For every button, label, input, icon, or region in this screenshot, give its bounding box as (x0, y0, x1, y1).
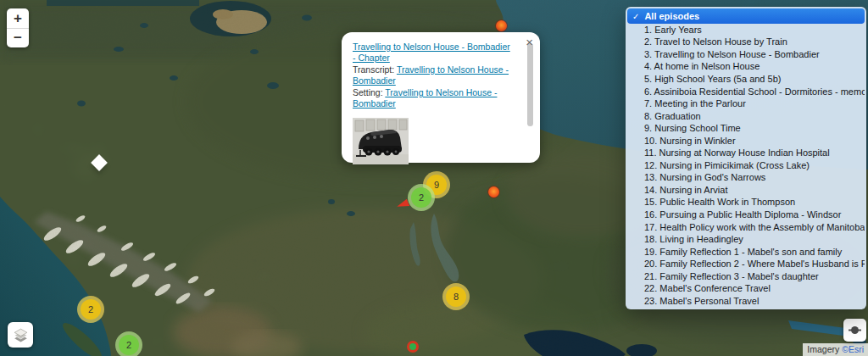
cluster-marker[interactable]: 2 (408, 184, 435, 211)
setting-label: Setting: (353, 87, 385, 97)
dot-marker[interactable] (496, 20, 507, 31)
episode-option[interactable]: 9. Nursing School Time (627, 122, 865, 135)
episode-option[interactable]: 23. Mabel's Personal Travel (627, 295, 865, 308)
episode-option[interactable]: 1. Early Years (627, 24, 865, 36)
transcript-label: Transcript: (353, 64, 397, 75)
attribution-prefix: Imagery (807, 344, 842, 354)
story-popup: Travelling to Nelson House - Bombadier -… (342, 32, 540, 163)
episode-option[interactable]: 12. Nursing in Pimicikimak (Cross Lake) (627, 159, 865, 172)
episode-option[interactable]: 16. Pursuing a Public Health Diploma - W… (627, 209, 865, 221)
episode-option[interactable]: 14. Nursing in Arviat (627, 184, 865, 197)
cluster-count: 2 (119, 335, 139, 355)
popup-scrollbar-thumb[interactable] (527, 43, 533, 126)
popup-close-icon[interactable]: × (526, 35, 533, 50)
episode-option[interactable]: 10. Nursing in Winkler (627, 135, 865, 147)
episode-option[interactable]: 15. Public Health Work in Thompson (627, 197, 865, 209)
layers-icon (13, 327, 29, 343)
episode-option[interactable]: 20. Family Reflection 2 - Where Mabel's … (627, 258, 865, 270)
episode-option[interactable]: 6. Assiniboia Residential School - Dormi… (627, 86, 865, 98)
episode-option[interactable]: 22. Mabel's Conference Travel (627, 282, 865, 295)
episode-option[interactable]: 5. High School Years (5a and 5b) (627, 73, 865, 86)
map-application: 9 2 8 2 (0, 0, 868, 356)
zoom-control: + − (7, 8, 29, 47)
popup-content: Travelling to Nelson House - Bombadier -… (353, 42, 515, 164)
checkmark-icon: ✓ (632, 12, 639, 21)
episode-option[interactable]: 2. Travel to Nelson House by Train (627, 36, 865, 49)
episode-option-all[interactable]: ✓ All episodes (627, 8, 865, 24)
dot-marker[interactable] (407, 341, 419, 353)
layers-control-button[interactable] (8, 322, 33, 348)
bombardier-photo (353, 118, 409, 164)
episode-option[interactable]: 4. At home in Nelson House (627, 61, 865, 74)
chapter-link[interactable]: Travelling to Nelson House - Bombadier -… (353, 42, 510, 63)
episode-option[interactable]: 19. Family Reflection 1 - Mabel's son an… (627, 246, 865, 259)
cluster-count: 2 (81, 299, 101, 320)
episode-option[interactable]: 21. Family Reflection 3 - Mabel's daught… (627, 270, 865, 283)
esri-attribution-link[interactable]: ©Esri (842, 344, 864, 354)
cluster-marker[interactable]: 2 (115, 331, 142, 356)
cluster-marker[interactable]: 2 (77, 296, 104, 323)
episode-option[interactable]: 8. Graduation (627, 110, 865, 123)
episode-option[interactable]: 11. Nursing at Norway House Indian Hospi… (627, 147, 865, 159)
zoom-out-button[interactable]: − (7, 28, 29, 47)
zoom-in-button[interactable]: + (7, 8, 29, 28)
map-attribution: Imagery ©Esri (803, 343, 868, 356)
episode-option[interactable]: 3. Travelling to Nelson House - Bombadie… (627, 48, 865, 61)
dot-marker[interactable] (488, 186, 499, 197)
locate-button[interactable] (843, 319, 866, 342)
cluster-count: 2 (411, 187, 431, 208)
episode-option[interactable]: 17. Health Policy work with the Assembly… (627, 221, 865, 234)
cluster-marker[interactable]: 8 (442, 283, 470, 310)
episode-dropdown-menu: ✓ All episodes 1. Early Years 2. Travel … (626, 7, 866, 309)
episode-option[interactable]: 13. Nursing in God's Narrows (627, 172, 865, 185)
episode-option[interactable]: 18. Living in Headingley (627, 233, 865, 246)
selected-option-label: All episodes (644, 11, 699, 21)
locate-icon (848, 323, 862, 337)
cluster-count: 8 (446, 286, 466, 307)
episode-option[interactable]: 7. Meeting in the Parlour (627, 97, 865, 110)
